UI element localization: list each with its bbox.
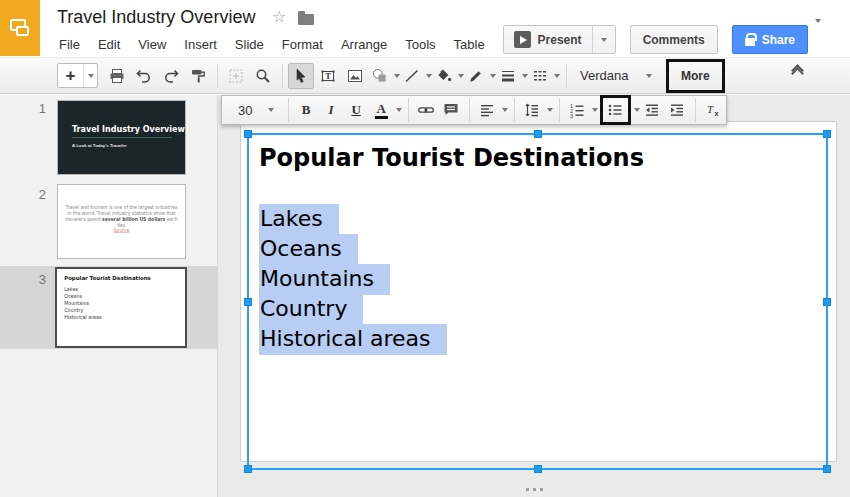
svg-text:T: T: [707, 103, 714, 115]
notes-handle-icon[interactable]: [526, 488, 543, 491]
collapse-toolbar-button[interactable]: [793, 66, 802, 78]
font-size-select[interactable]: 30: [232, 103, 283, 118]
resize-handle-top-middle[interactable]: [534, 130, 542, 138]
line-dash-tool[interactable]: [529, 63, 560, 89]
insert-comment-button[interactable]: [439, 98, 463, 122]
align-tool[interactable]: [475, 98, 508, 122]
slides-logo[interactable]: [0, 0, 40, 56]
thumb2-bold-text: several billion US dollars: [102, 217, 165, 222]
folder-icon[interactable]: [298, 14, 314, 25]
thumb3-item: Historical areas: [64, 314, 178, 321]
share-label: Share: [762, 33, 795, 47]
comments-button[interactable]: Comments: [630, 25, 718, 54]
align-caret-icon[interactable]: [502, 108, 508, 112]
font-family-value: Verdana: [580, 68, 646, 83]
numbered-list-caret-icon[interactable]: [592, 108, 598, 112]
line-color-caret-icon[interactable]: [490, 74, 496, 78]
shape-tool[interactable]: [369, 63, 400, 89]
comment-icon: [442, 101, 460, 119]
menu-view[interactable]: View: [129, 33, 175, 56]
text-color-caret-icon[interactable]: [396, 108, 402, 112]
font-size-value: 30: [238, 103, 268, 118]
resize-handle-bottom-middle[interactable]: [534, 465, 542, 473]
zoom-button[interactable]: [250, 63, 276, 89]
slide-1-number: 1: [28, 101, 46, 116]
svg-text:x: x: [715, 110, 719, 117]
shape-icon: [371, 67, 389, 85]
svg-text:T: T: [325, 70, 331, 80]
share-button[interactable]: Share: [732, 25, 808, 54]
redo-button[interactable]: [158, 63, 184, 89]
menu-edit[interactable]: Edit: [89, 33, 129, 56]
present-dropdown[interactable]: [592, 26, 615, 53]
thumb1-divider: [72, 137, 172, 138]
resize-handle-middle-right[interactable]: [823, 298, 831, 306]
insert-image-button[interactable]: [342, 63, 368, 89]
menu-tools[interactable]: Tools: [396, 33, 444, 56]
line-spacing-caret-icon[interactable]: [547, 108, 553, 112]
new-slide-dropdown[interactable]: [83, 64, 97, 87]
resize-handle-top-right[interactable]: [823, 130, 831, 138]
paint-format-button[interactable]: [185, 63, 211, 89]
slide-3-number: 3: [28, 272, 46, 287]
decrease-indent-button[interactable]: [640, 98, 664, 122]
zoom-fit-button[interactable]: [223, 63, 249, 89]
undo-icon: [135, 67, 153, 85]
print-button[interactable]: [104, 63, 130, 89]
bulleted-list-button[interactable]: [603, 98, 627, 122]
resize-handle-middle-left[interactable]: [244, 298, 252, 306]
insert-link-button[interactable]: [414, 98, 438, 122]
more-button[interactable]: More: [671, 69, 720, 83]
present-label: Present: [538, 33, 582, 47]
present-button[interactable]: Present: [503, 25, 616, 54]
plus-icon: +: [58, 64, 83, 87]
slide-2-number: 2: [28, 187, 46, 202]
fill-color-caret-icon[interactable]: [458, 74, 464, 78]
italic-button[interactable]: I: [319, 98, 343, 122]
undo-button[interactable]: [131, 63, 157, 89]
slide-2-thumbnail[interactable]: Travel and tourism is one of the largest…: [57, 184, 186, 259]
text-color-tool[interactable]: A: [369, 98, 402, 122]
toolbar-divider: [566, 64, 567, 88]
font-family-caret-icon: [646, 74, 652, 78]
increase-indent-button[interactable]: [665, 98, 689, 122]
menu-slide[interactable]: Slide: [226, 33, 273, 56]
menu-arrange[interactable]: Arrange: [332, 33, 396, 56]
thumb3-item: Oceans: [64, 293, 178, 300]
font-family-select[interactable]: Verdana: [574, 65, 658, 86]
slide-1-thumbnail[interactable]: Travel Industry Overview A Look at Today…: [57, 100, 186, 175]
fill-color-tool[interactable]: [433, 63, 464, 89]
new-slide-button[interactable]: +: [57, 63, 98, 88]
star-icon[interactable]: ☆: [272, 9, 286, 25]
shape-dropdown-caret-icon[interactable]: [394, 74, 400, 78]
play-icon: [514, 31, 531, 48]
text-box-button[interactable]: T: [315, 63, 341, 89]
line-weight-caret-icon[interactable]: [522, 74, 528, 78]
toolbar-divider: [217, 64, 218, 88]
bold-button[interactable]: B: [294, 98, 318, 122]
resize-handle-bottom-right[interactable]: [823, 465, 831, 473]
line-spacing-tool[interactable]: [520, 98, 553, 122]
profile-dropdown-caret-icon[interactable]: [815, 9, 821, 27]
slide-3-thumbnail[interactable]: Popular Tourist Destinations Lakes Ocean…: [55, 267, 187, 348]
line-color-tool[interactable]: [465, 63, 496, 89]
numbered-list-icon: 123: [568, 101, 586, 119]
menu-table[interactable]: Table: [445, 33, 494, 56]
line-dash-caret-icon[interactable]: [554, 74, 560, 78]
resize-handle-top-left[interactable]: [244, 130, 252, 138]
text-box-selection[interactable]: [247, 133, 828, 470]
document-title[interactable]: Travel Industry Overview: [57, 7, 255, 28]
numbered-list-tool[interactable]: 123: [565, 98, 598, 122]
menu-bar: File Edit View Insert Slide Format Arran…: [50, 33, 574, 56]
menu-insert[interactable]: Insert: [175, 33, 226, 56]
line-dropdown-caret-icon[interactable]: [426, 74, 432, 78]
resize-handle-bottom-left[interactable]: [244, 465, 252, 473]
menu-format[interactable]: Format: [273, 33, 332, 56]
select-tool-button[interactable]: [288, 63, 314, 89]
menu-file[interactable]: File: [50, 33, 89, 56]
clear-formatting-button[interactable]: Tx: [701, 98, 725, 122]
toolbar-divider: [469, 98, 470, 122]
underline-button[interactable]: U: [344, 98, 368, 122]
line-weight-tool[interactable]: [497, 63, 528, 89]
line-tool[interactable]: [401, 63, 432, 89]
